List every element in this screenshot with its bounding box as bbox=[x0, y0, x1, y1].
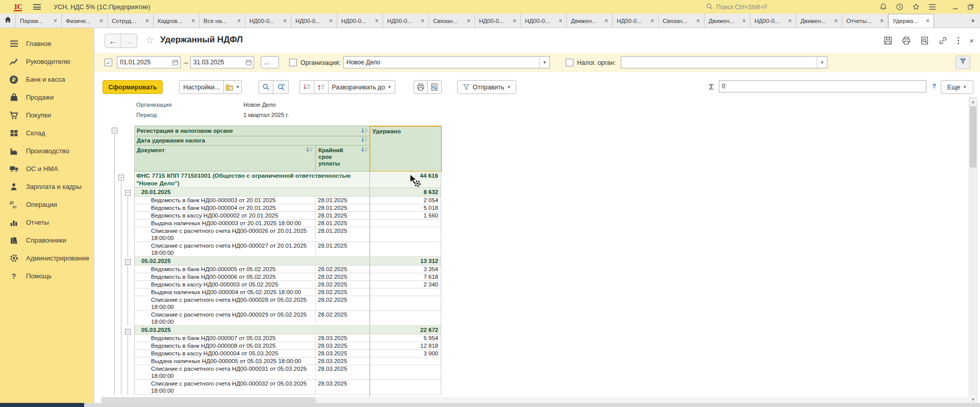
report-document-row[interactable]: Ведомость в банк НД00-000006 от 05.02.20… bbox=[134, 273, 441, 281]
sidebar-item-gear[interactable]: Администрирование bbox=[0, 249, 94, 267]
collapse-date-group-button[interactable]: − bbox=[125, 190, 131, 196]
col-withhold-date[interactable]: Дата удержания налога bbox=[137, 137, 205, 144]
send-button[interactable]: Отправить ▼ bbox=[457, 80, 516, 94]
report-document-row[interactable]: Ведомость в банк НД00-000005 от 05.02.20… bbox=[134, 266, 441, 273]
tax-authority-checkbox[interactable] bbox=[566, 59, 573, 66]
sort-icon[interactable] bbox=[306, 147, 313, 153]
tab-13[interactable]: Движен...× bbox=[567, 14, 613, 28]
filter-settings-button[interactable] bbox=[956, 56, 970, 69]
report-document-row[interactable]: Выдача наличных НД00-000004 от 05.02.202… bbox=[134, 289, 441, 296]
favorites-star-icon[interactable] bbox=[912, 3, 920, 11]
history-icon[interactable] bbox=[896, 3, 903, 11]
back-button[interactable]: ← bbox=[105, 34, 121, 47]
collapse-all-button[interactable]: − bbox=[112, 128, 117, 133]
tab-close-icon[interactable]: × bbox=[191, 17, 195, 25]
report-document-row[interactable]: Ведомость в кассу НД00-000003 от 05.02.2… bbox=[134, 281, 441, 289]
autosum-input[interactable] bbox=[719, 83, 926, 90]
help-button[interactable]: ? bbox=[932, 82, 936, 90]
tab-close-icon[interactable]: × bbox=[283, 17, 287, 25]
tab-2[interactable]: Физиче...× bbox=[62, 14, 108, 28]
link-icon[interactable] bbox=[939, 36, 947, 45]
print-button[interactable] bbox=[414, 80, 428, 94]
tab-close-icon[interactable]: × bbox=[650, 17, 654, 25]
close-form-icon[interactable]: × bbox=[969, 37, 974, 44]
report-document-row[interactable]: Ведомость в банк НД00-000007 от 05.03.20… bbox=[134, 334, 441, 342]
tab-14[interactable]: НД00-0...× bbox=[613, 14, 659, 28]
vertical-scrollbar[interactable]: ▲ ▼ bbox=[969, 97, 977, 404]
tab-3[interactable]: Сотруд...× bbox=[108, 14, 154, 28]
find-button[interactable] bbox=[259, 80, 273, 94]
sidebar-item-books[interactable]: Справочники bbox=[0, 231, 94, 249]
tab-11[interactable]: НД00-0...× bbox=[475, 14, 521, 28]
tab-9[interactable]: НД00-0...× bbox=[383, 14, 429, 28]
collapse-date-group-button[interactable]: − bbox=[125, 329, 131, 334]
tab-close-icon[interactable]: × bbox=[788, 17, 792, 25]
scroll-down-icon[interactable]: ▼ bbox=[969, 395, 977, 403]
report-document-row[interactable]: Списание с расчетного счета НД00-000028 … bbox=[134, 296, 441, 311]
report-document-row[interactable]: Ведомость в банк НД00-000008 от 05.03.20… bbox=[134, 342, 441, 350]
organization-checkbox[interactable] bbox=[289, 59, 297, 66]
date-to-input[interactable] bbox=[191, 59, 243, 66]
notifications-bell-icon[interactable] bbox=[880, 3, 887, 11]
tab-10[interactable]: Связан...× bbox=[429, 14, 475, 28]
expand-groups-button[interactable] bbox=[314, 80, 329, 94]
tab-4[interactable]: Кадров...× bbox=[154, 14, 199, 28]
print-icon[interactable] bbox=[902, 36, 911, 45]
tab-close-icon[interactable]: × bbox=[467, 17, 470, 25]
report-date-group-row[interactable]: 05.03.202522 672 bbox=[134, 326, 441, 334]
sort-icon[interactable] bbox=[361, 128, 368, 134]
tab-close-icon[interactable]: × bbox=[880, 17, 884, 25]
sidebar-item-factory[interactable]: Производство bbox=[0, 142, 94, 160]
sidebar-item-dtkt[interactable]: ДтКтОперации bbox=[0, 196, 94, 213]
more-actions-icon[interactable] bbox=[957, 36, 960, 45]
tax-authority-input[interactable] bbox=[621, 59, 817, 66]
tab-close-icon[interactable]: × bbox=[513, 17, 516, 25]
tab-close-icon[interactable]: × bbox=[145, 17, 149, 25]
sidebar-item-warehouse[interactable]: Склад bbox=[0, 124, 94, 142]
tab-12[interactable]: НД00-0...× bbox=[521, 14, 567, 28]
sidebar-item-person[interactable]: Зарплата и кадры bbox=[0, 178, 94, 196]
report-document-row[interactable]: Списание с расчетного счета НД00-000027 … bbox=[134, 242, 441, 257]
tab-close-icon[interactable]: × bbox=[696, 17, 700, 25]
forward-button[interactable]: → bbox=[121, 34, 137, 47]
sidebar-item-menu[interactable]: Главное bbox=[0, 35, 94, 53]
report-document-row[interactable]: Списание с расчетного счета НД00-000029 … bbox=[134, 311, 441, 326]
more-button[interactable]: Еще ▼ bbox=[941, 80, 973, 94]
report-fns-group-row[interactable]: ФНС 7715 КПП 771501001 (Общество с огран… bbox=[134, 172, 441, 188]
scroll-up-icon[interactable]: ▲ bbox=[969, 98, 977, 106]
service-menu-icon[interactable] bbox=[928, 4, 936, 10]
tab-20[interactable]: Удержа...× bbox=[888, 14, 934, 28]
tab-close-icon[interactable]: × bbox=[926, 17, 929, 25]
tab-17[interactable]: НД00-0...× bbox=[750, 14, 796, 28]
sort-icon[interactable] bbox=[361, 147, 368, 153]
find-next-button[interactable] bbox=[273, 80, 289, 94]
tab-close-icon[interactable]: × bbox=[421, 17, 424, 25]
tab-19[interactable]: Отчеты...× bbox=[842, 14, 888, 28]
tab-close-icon[interactable]: × bbox=[559, 17, 562, 25]
scrollbar-thumb[interactable] bbox=[970, 106, 976, 167]
report-document-row[interactable]: Списание с расчетного счета НД00-000032 … bbox=[134, 380, 441, 395]
report-date-group-row[interactable]: 20.01.20258 632 bbox=[134, 188, 441, 197]
preview-icon[interactable] bbox=[920, 36, 929, 45]
collapse-groups-button[interactable] bbox=[299, 80, 314, 94]
period-checkbox[interactable]: ✓ bbox=[105, 59, 112, 66]
sidebar-item-trend[interactable]: Руководителю bbox=[0, 53, 94, 70]
report-document-row[interactable]: Списание с расчетного счета НД00-000026 … bbox=[134, 227, 441, 242]
organization-input[interactable] bbox=[344, 59, 539, 66]
chevron-down-icon[interactable]: ▼ bbox=[817, 57, 827, 68]
col-registration[interactable]: Регистрация в налоговом органе bbox=[137, 128, 233, 134]
tab-16[interactable]: Движен...× bbox=[705, 14, 750, 28]
report-variants-button[interactable]: ▼ bbox=[223, 80, 242, 94]
tab-1[interactable]: Парам...× bbox=[16, 14, 62, 28]
sidebar-item-ruble[interactable]: ₽Банк и касса bbox=[0, 70, 94, 88]
collapse-fns-group-button[interactable]: − bbox=[118, 175, 124, 180]
tabs-overflow-button[interactable]: ▼ bbox=[966, 14, 980, 28]
minimize-icon[interactable] bbox=[952, 4, 959, 10]
report-document-row[interactable]: Выдача наличных НД00-000003 от 20.01.202… bbox=[134, 220, 441, 227]
tab-8[interactable]: НД00-0...× bbox=[337, 14, 383, 28]
tab-6[interactable]: НД00-0...× bbox=[245, 14, 291, 28]
col-deadline[interactable]: Крайний срок уплаты bbox=[318, 147, 354, 167]
tab-close-icon[interactable]: × bbox=[834, 17, 838, 25]
tab-15[interactable]: Связан...× bbox=[659, 14, 705, 28]
tab-close-icon[interactable]: × bbox=[237, 17, 241, 25]
